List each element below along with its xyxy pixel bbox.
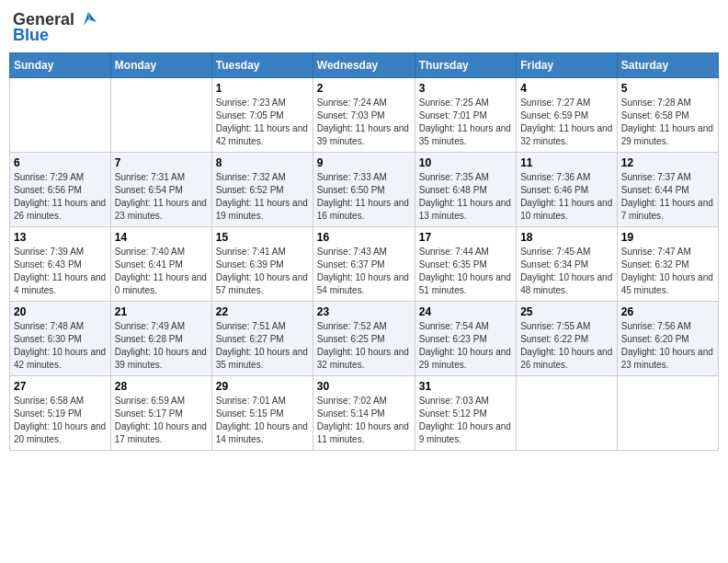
day-number: 20 xyxy=(14,305,107,318)
day-number: 13 xyxy=(14,231,107,244)
day-number: 21 xyxy=(115,305,208,318)
calendar-cell: 22Sunrise: 7:51 AMSunset: 6:27 PMDayligh… xyxy=(211,302,313,376)
day-number: 24 xyxy=(419,305,512,318)
day-number: 27 xyxy=(14,380,107,393)
weekday-header-sunday: Sunday xyxy=(10,53,111,78)
day-info: Sunrise: 7:44 AMSunset: 6:35 PMDaylight:… xyxy=(419,246,512,297)
day-info: Sunrise: 7:47 AMSunset: 6:32 PMDaylight:… xyxy=(621,246,714,297)
calendar-cell: 3Sunrise: 7:25 AMSunset: 7:01 PMDaylight… xyxy=(415,78,516,153)
calendar-cell: 23Sunrise: 7:52 AMSunset: 6:25 PMDayligh… xyxy=(313,302,415,376)
day-number: 28 xyxy=(115,380,208,393)
weekday-header-wednesday: Wednesday xyxy=(313,53,415,78)
day-number: 10 xyxy=(419,156,512,169)
calendar-cell: 4Sunrise: 7:27 AMSunset: 6:59 PMDaylight… xyxy=(517,78,618,153)
day-info: Sunrise: 7:36 AMSunset: 6:46 PMDaylight:… xyxy=(520,171,613,223)
day-number: 23 xyxy=(317,305,411,318)
day-info: Sunrise: 7:02 AMSunset: 5:14 PMDaylight:… xyxy=(317,395,411,446)
day-number: 26 xyxy=(621,305,714,318)
day-info: Sunrise: 7:45 AMSunset: 6:34 PMDaylight:… xyxy=(520,246,613,297)
day-info: Sunrise: 7:29 AMSunset: 6:56 PMDaylight:… xyxy=(14,171,107,223)
day-info: Sunrise: 7:27 AMSunset: 6:59 PMDaylight:… xyxy=(520,97,613,148)
calendar-cell: 16Sunrise: 7:43 AMSunset: 6:37 PMDayligh… xyxy=(313,227,415,302)
weekday-header-saturday: Saturday xyxy=(617,53,718,78)
day-info: Sunrise: 7:51 AMSunset: 6:27 PMDaylight:… xyxy=(216,320,309,372)
calendar-cell: 7Sunrise: 7:31 AMSunset: 6:54 PMDaylight… xyxy=(110,153,211,227)
day-number: 3 xyxy=(419,82,512,95)
day-info: Sunrise: 7:37 AMSunset: 6:44 PMDaylight:… xyxy=(621,171,714,223)
day-number: 15 xyxy=(216,231,309,244)
day-number: 30 xyxy=(317,380,411,393)
calendar-cell: 8Sunrise: 7:32 AMSunset: 6:52 PMDaylight… xyxy=(211,153,313,227)
calendar-cell: 19Sunrise: 7:47 AMSunset: 6:32 PMDayligh… xyxy=(617,227,718,302)
calendar-cell: 1Sunrise: 7:23 AMSunset: 7:05 PMDaylight… xyxy=(211,78,313,153)
day-info: Sunrise: 7:49 AMSunset: 6:28 PMDaylight:… xyxy=(115,320,208,372)
calendar-cell: 25Sunrise: 7:55 AMSunset: 6:22 PMDayligh… xyxy=(517,302,618,376)
day-number: 4 xyxy=(520,82,613,95)
calendar-cell: 5Sunrise: 7:28 AMSunset: 6:58 PMDaylight… xyxy=(617,78,718,153)
day-info: Sunrise: 7:40 AMSunset: 6:41 PMDaylight:… xyxy=(115,246,208,297)
day-number: 7 xyxy=(115,156,208,169)
day-number: 31 xyxy=(419,380,512,393)
calendar-cell: 21Sunrise: 7:49 AMSunset: 6:28 PMDayligh… xyxy=(110,302,211,376)
calendar-cell: 2Sunrise: 7:24 AMSunset: 7:03 PMDaylight… xyxy=(313,78,415,153)
calendar-cell: 12Sunrise: 7:37 AMSunset: 6:44 PMDayligh… xyxy=(617,153,718,227)
day-number: 16 xyxy=(317,231,411,244)
day-number: 9 xyxy=(317,156,411,169)
day-number: 8 xyxy=(216,156,309,169)
day-info: Sunrise: 7:28 AMSunset: 6:58 PMDaylight:… xyxy=(621,97,714,148)
calendar-cell: 17Sunrise: 7:44 AMSunset: 6:35 PMDayligh… xyxy=(415,227,516,302)
day-number: 12 xyxy=(621,156,714,169)
calendar-cell: 14Sunrise: 7:40 AMSunset: 6:41 PMDayligh… xyxy=(110,227,211,302)
logo: General Blue xyxy=(13,9,98,45)
day-info: Sunrise: 7:55 AMSunset: 6:22 PMDaylight:… xyxy=(520,320,613,372)
day-info: Sunrise: 6:58 AMSunset: 5:19 PMDaylight:… xyxy=(14,395,107,446)
calendar-cell: 20Sunrise: 7:48 AMSunset: 6:30 PMDayligh… xyxy=(10,302,111,376)
calendar-cell xyxy=(110,78,211,153)
calendar-cell: 28Sunrise: 6:59 AMSunset: 5:17 PMDayligh… xyxy=(110,376,211,451)
logo-bird-icon xyxy=(78,9,98,29)
day-info: Sunrise: 7:54 AMSunset: 6:23 PMDaylight:… xyxy=(419,320,512,372)
day-info: Sunrise: 7:52 AMSunset: 6:25 PMDaylight:… xyxy=(317,320,411,372)
day-number: 5 xyxy=(621,82,714,95)
calendar-cell xyxy=(517,376,618,451)
day-info: Sunrise: 7:48 AMSunset: 6:30 PMDaylight:… xyxy=(14,320,107,372)
day-number: 17 xyxy=(419,231,512,244)
day-info: Sunrise: 7:24 AMSunset: 7:03 PMDaylight:… xyxy=(317,97,411,148)
day-number: 29 xyxy=(216,380,309,393)
calendar-cell: 15Sunrise: 7:41 AMSunset: 6:39 PMDayligh… xyxy=(211,227,313,302)
weekday-header-tuesday: Tuesday xyxy=(211,53,313,78)
calendar-cell: 18Sunrise: 7:45 AMSunset: 6:34 PMDayligh… xyxy=(517,227,618,302)
calendar-cell: 13Sunrise: 7:39 AMSunset: 6:43 PMDayligh… xyxy=(10,227,111,302)
calendar-cell: 30Sunrise: 7:02 AMSunset: 5:14 PMDayligh… xyxy=(313,376,415,451)
day-number: 11 xyxy=(520,156,613,169)
day-info: Sunrise: 7:33 AMSunset: 6:50 PMDaylight:… xyxy=(317,171,411,223)
logo-blue-text: Blue xyxy=(13,26,49,45)
weekday-header-monday: Monday xyxy=(110,53,211,78)
day-number: 22 xyxy=(216,305,309,318)
day-number: 14 xyxy=(115,231,208,244)
day-number: 2 xyxy=(317,82,411,95)
day-number: 6 xyxy=(14,156,107,169)
day-info: Sunrise: 7:41 AMSunset: 6:39 PMDaylight:… xyxy=(216,246,309,297)
day-info: Sunrise: 7:39 AMSunset: 6:43 PMDaylight:… xyxy=(14,246,107,297)
weekday-header-friday: Friday xyxy=(517,53,618,78)
calendar-cell: 26Sunrise: 7:56 AMSunset: 6:20 PMDayligh… xyxy=(617,302,718,376)
day-info: Sunrise: 7:03 AMSunset: 5:12 PMDaylight:… xyxy=(419,395,512,446)
calendar-cell xyxy=(617,376,718,451)
day-number: 19 xyxy=(621,231,714,244)
calendar-cell: 6Sunrise: 7:29 AMSunset: 6:56 PMDaylight… xyxy=(10,153,111,227)
calendar-table: SundayMondayTuesdayWednesdayThursdayFrid… xyxy=(9,52,719,451)
calendar-cell: 24Sunrise: 7:54 AMSunset: 6:23 PMDayligh… xyxy=(415,302,516,376)
day-info: Sunrise: 7:43 AMSunset: 6:37 PMDaylight:… xyxy=(317,246,411,297)
calendar-cell xyxy=(10,78,111,153)
calendar-cell: 31Sunrise: 7:03 AMSunset: 5:12 PMDayligh… xyxy=(415,376,516,451)
day-info: Sunrise: 7:01 AMSunset: 5:15 PMDaylight:… xyxy=(216,395,309,446)
day-info: Sunrise: 7:23 AMSunset: 7:05 PMDaylight:… xyxy=(216,97,309,148)
day-info: Sunrise: 7:32 AMSunset: 6:52 PMDaylight:… xyxy=(216,171,309,223)
day-info: Sunrise: 6:59 AMSunset: 5:17 PMDaylight:… xyxy=(115,395,208,446)
day-number: 18 xyxy=(520,231,613,244)
day-number: 1 xyxy=(216,82,309,95)
day-number: 25 xyxy=(520,305,613,318)
calendar-cell: 10Sunrise: 7:35 AMSunset: 6:48 PMDayligh… xyxy=(415,153,516,227)
day-info: Sunrise: 7:31 AMSunset: 6:54 PMDaylight:… xyxy=(115,171,208,223)
